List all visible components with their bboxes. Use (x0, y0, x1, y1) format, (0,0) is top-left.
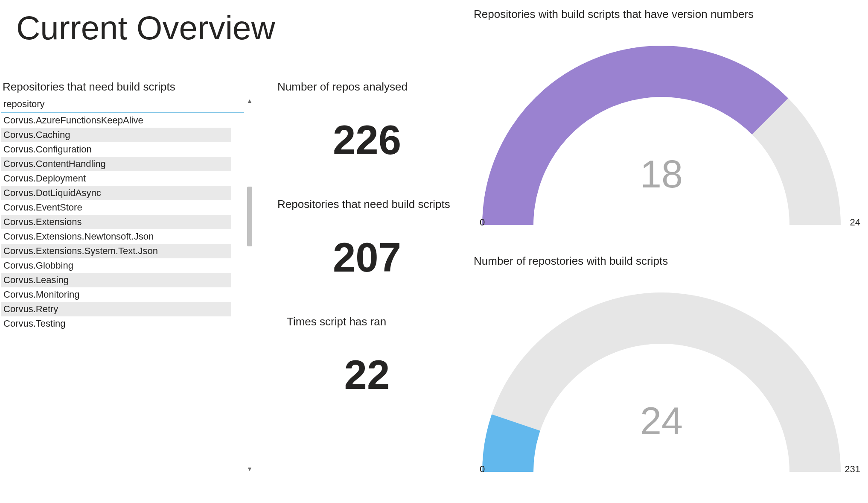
gauge-versioned-min: 0 (480, 217, 485, 228)
table-row[interactable]: Corvus.EventStore (1, 200, 231, 215)
table-row[interactable]: Corvus.Testing (1, 316, 231, 331)
kpi-column: Number of repos analysed 226 Repositorie… (277, 80, 457, 398)
kpi-analysed-title: Number of repos analysed (277, 80, 457, 94)
gauge-with-scripts-max: 231 (845, 464, 860, 475)
table-row[interactable]: Corvus.Retry (1, 302, 231, 316)
table-row[interactable]: Corvus.Leasing (1, 273, 231, 287)
dashboard-page: Current Overview Repositories that need … (0, 0, 868, 503)
kpi-need-scripts-title: Repositories that need build scripts (277, 198, 457, 211)
table-row[interactable]: Corvus.Caching (1, 128, 231, 142)
gauge-versioned-chart: 18 (474, 24, 849, 225)
gauge-with-scripts-chart: 24 (474, 271, 849, 472)
repo-table-header[interactable]: repository (1, 97, 244, 113)
kpi-need-scripts-value: 207 (277, 234, 457, 281)
gauge-versioned-max: 24 (850, 217, 860, 228)
table-row[interactable]: Corvus.ContentHandling (1, 157, 231, 171)
table-row[interactable]: Corvus.AzureFunctionsKeepAlive (1, 113, 231, 128)
table-row[interactable]: Corvus.DotLiquidAsync (1, 186, 231, 200)
gauge-with-scripts[interactable]: Number of repostories with build scripts… (474, 254, 866, 472)
table-row[interactable]: Corvus.Deployment (1, 171, 231, 186)
scroll-thumb[interactable] (247, 187, 252, 246)
repo-list-scrollbar[interactable]: ▲ ▼ (246, 97, 253, 473)
scroll-up-arrow-icon[interactable]: ▲ (246, 97, 253, 105)
table-row[interactable]: Corvus.Monitoring (1, 287, 231, 302)
table-row[interactable]: Corvus.Extensions (1, 215, 231, 229)
table-row[interactable]: Corvus.Extensions.Newtonsoft.Json (1, 229, 231, 244)
repo-column-header: repository (3, 99, 45, 110)
scroll-down-arrow-icon[interactable]: ▼ (246, 465, 253, 473)
kpi-times-ran-title: Times script has ran (287, 315, 457, 328)
table-row[interactable]: Corvus.Globbing (1, 258, 231, 273)
gauge-versioned-title: Repositories with build scripts that hav… (474, 8, 866, 21)
table-row[interactable]: Corvus.Extensions.System.Text.Json (1, 244, 231, 258)
kpi-analysed-value: 226 (277, 117, 457, 164)
kpi-analysed[interactable]: Number of repos analysed 226 (277, 80, 457, 164)
repo-list-visual[interactable]: Repositories that need build scripts rep… (1, 80, 244, 331)
gauge-versioned[interactable]: Repositories with build scripts that hav… (474, 8, 866, 225)
gauge-with-scripts-min: 0 (480, 464, 485, 475)
kpi-need-scripts[interactable]: Repositories that need build scripts 207 (277, 198, 457, 281)
gauge-with-scripts-title: Number of repostories with build scripts (474, 254, 866, 268)
repo-list-body: Corvus.AzureFunctionsKeepAliveCorvus.Cac… (1, 113, 231, 331)
gauge-with-scripts-value: 24 (474, 399, 849, 443)
repo-table: repository Corvus.AzureFunctionsKeepAliv… (1, 97, 244, 331)
kpi-times-ran-value: 22 (277, 351, 457, 398)
kpi-times-ran[interactable]: Times script has ran 22 (277, 315, 457, 398)
repo-list-title: Repositories that need build scripts (3, 80, 244, 94)
page-title: Current Overview (16, 9, 275, 47)
table-row[interactable]: Corvus.Configuration (1, 142, 231, 157)
gauge-versioned-value: 18 (474, 152, 849, 196)
